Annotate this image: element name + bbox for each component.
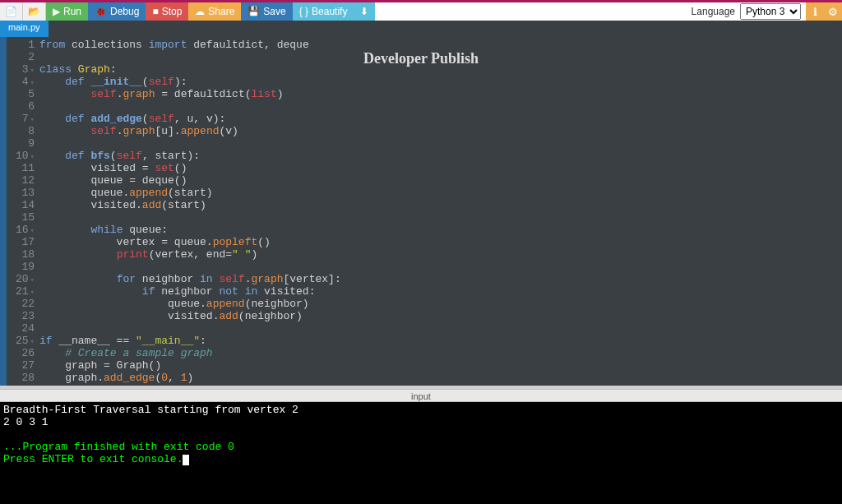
play-icon: ▶ [53,6,60,17]
tab-main-py[interactable]: main.py [0,21,49,37]
console-line: 2 0 3 1 [3,416,54,428]
info-button[interactable]: ℹ [806,2,824,21]
editor-left-strip [0,37,7,386]
debug-label: Debug [110,6,139,17]
beautify-label: Beautify [312,6,347,17]
language-label: Language [692,6,735,17]
beautify-button[interactable]: { }Beautify [293,2,354,21]
share-label: Share [208,6,234,17]
code-content[interactable]: from collections import defaultdict, deq… [39,37,842,386]
editor[interactable]: 123▾4▾567▾8910▾111213141516▾17181920▾21▾… [0,37,842,386]
console-line: Press ENTER to exit console. [3,453,183,465]
share-button[interactable]: ☁Share [188,2,241,21]
stop-icon: ■ [152,6,158,17]
console-output[interactable]: Breadth-First Traversal starting from ve… [0,402,842,504]
stop-button[interactable]: ■Stop [146,2,188,21]
bug-icon: 🐞 [95,6,107,17]
open-file-button[interactable]: 📂 [23,2,46,21]
download-icon: ⬇ [360,6,368,17]
braces-icon: { } [299,6,308,17]
toolbar: 📄 📂 ▶Run 🐞Debug ■Stop ☁Share 💾Save { }Be… [0,2,842,21]
language-selector: Language Python 3 [687,2,806,21]
line-gutter: 123▾4▾567▾8910▾111213141516▾17181920▾21▾… [7,37,39,386]
console-line: Breadth-First Traversal starting from ve… [3,404,298,416]
info-icon: ℹ [813,6,817,18]
tab-bar: main.py [0,21,842,37]
console-line: ...Program finished with exit code 0 [3,441,234,453]
gear-icon: ⚙ [828,6,838,18]
settings-button[interactable]: ⚙ [824,2,842,21]
save-button[interactable]: 💾Save [241,2,292,21]
run-label: Run [63,6,81,17]
input-label: input [0,389,842,402]
language-select[interactable]: Python 3 [740,3,801,20]
save-icon: 💾 [248,6,260,17]
debug-button[interactable]: 🐞Debug [88,2,146,21]
save-label: Save [263,6,285,17]
stop-label: Stop [162,6,183,17]
run-button[interactable]: ▶Run [46,2,88,21]
download-button[interactable]: ⬇ [354,2,375,21]
share-icon: ☁ [195,6,205,17]
console-cursor [183,455,189,465]
new-file-button[interactable]: 📄 [0,2,23,21]
